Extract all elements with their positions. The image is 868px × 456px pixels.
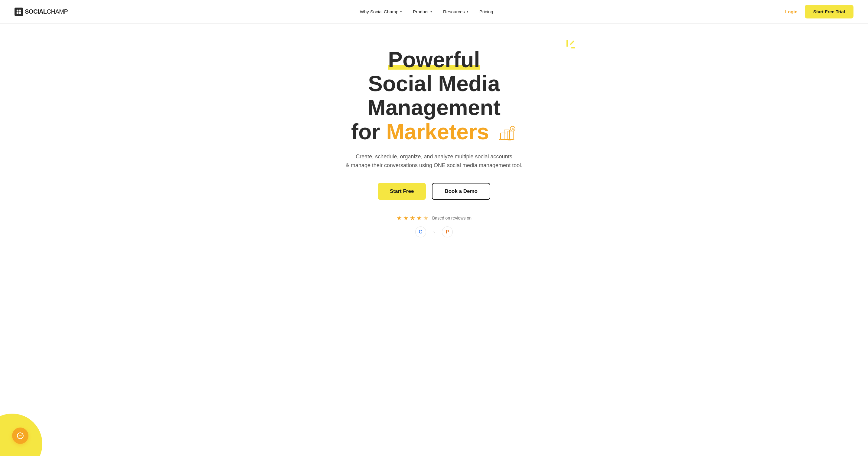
star-3-icon: ★ — [410, 215, 415, 222]
nav-resources-label: Resources — [443, 9, 465, 14]
hero-subtitle: Create, schedule, organize, and analyze … — [346, 152, 522, 170]
nav-pricing-label: Pricing — [479, 9, 493, 14]
svg-rect-7 — [500, 133, 506, 140]
nav-item-resources[interactable]: Resources ▾ — [443, 9, 468, 14]
star-2-icon: ★ — [403, 215, 409, 222]
nav-item-pricing[interactable]: Pricing — [479, 9, 493, 14]
hero-heading: Powerful Social Media Management for Mar… — [310, 48, 558, 144]
login-button[interactable]: Login — [785, 9, 798, 14]
chevron-down-icon: ▾ — [400, 10, 402, 13]
stars-row: ★ ★ ★ ★ ★ Based on reviews on — [397, 215, 471, 222]
sparkle-decoration-icon — [558, 39, 576, 57]
svg-text:%: % — [512, 127, 514, 131]
logo-text: SOCIALCHAMP — [25, 8, 68, 15]
svg-rect-1 — [19, 9, 21, 11]
logo-link[interactable]: SOCIALCHAMP — [14, 7, 68, 16]
hero-title-powerful: Powerful — [388, 48, 480, 73]
platform-separator-icon: › — [433, 230, 435, 234]
nav-actions: Login Start Free Trial — [785, 5, 854, 19]
hero-buttons: Start Free Book a Demo — [378, 183, 490, 200]
reviews-label: Based on reviews on — [432, 216, 471, 221]
svg-rect-0 — [17, 9, 19, 11]
svg-rect-3 — [19, 12, 21, 13]
star-4-icon: ★ — [416, 215, 422, 222]
nav-item-why[interactable]: Why Social Champ ▾ — [360, 9, 402, 14]
logo-icon — [14, 7, 23, 16]
producthunt-review-icon[interactable]: P — [442, 227, 453, 237]
hero-title-for: for — [351, 120, 386, 144]
svg-rect-9 — [508, 131, 513, 140]
navbar: SOCIALCHAMP Why Social Champ ▾ Product ▾… — [0, 0, 868, 24]
star-1-icon: ★ — [397, 215, 402, 222]
reviews-section: ★ ★ ★ ★ ★ Based on reviews on G › P — [397, 215, 471, 237]
start-free-button[interactable]: Start Free — [378, 183, 426, 200]
start-free-trial-button[interactable]: Start Free Trial — [805, 5, 854, 19]
svg-rect-2 — [17, 12, 19, 13]
nav-links: Why Social Champ ▾ Product ▾ Resources ▾… — [360, 9, 493, 14]
star-rating: ★ ★ ★ ★ ★ — [397, 215, 429, 222]
hero-title: Powerful Social Media Management for Mar… — [310, 48, 558, 144]
chevron-down-icon: ▾ — [467, 10, 468, 13]
star-5-icon: ★ — [423, 215, 429, 222]
hero-title-line2: Social Media Management — [368, 72, 500, 120]
chevron-down-icon: ▾ — [430, 10, 432, 13]
hero-title-marketers: Marketers — [386, 120, 489, 144]
svg-line-5 — [571, 41, 574, 44]
book-demo-button[interactable]: Book a Demo — [432, 183, 490, 200]
marketer-illustration-icon: % — [497, 123, 517, 143]
hero-section: Powerful Social Media Management for Mar… — [0, 24, 868, 256]
nav-item-product[interactable]: Product ▾ — [413, 9, 432, 14]
nav-product-label: Product — [413, 9, 429, 14]
nav-why-label: Why Social Champ — [360, 9, 399, 14]
google-review-icon[interactable]: G — [415, 227, 426, 237]
review-platforms: G › P — [415, 227, 453, 237]
